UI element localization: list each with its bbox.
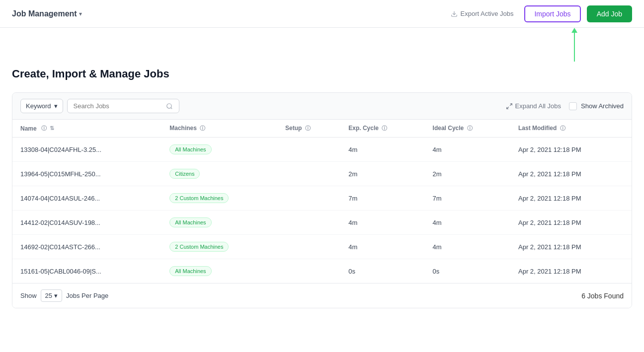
name-sort-icon[interactable]: ⇅ xyxy=(50,125,54,132)
keyword-chevron-icon: ▾ xyxy=(54,102,58,110)
cell-setup xyxy=(277,235,340,259)
cell-machines: All Machines xyxy=(161,259,277,283)
col-last-modified: Last Modified ⓘ xyxy=(510,120,632,138)
cell-machines: All Machines xyxy=(161,138,277,162)
last-modified-info-icon: ⓘ xyxy=(560,125,565,131)
cell-setup xyxy=(277,211,340,235)
header-right: Export Active Jobs Import Jobs Add Job xyxy=(446,5,632,22)
cell-exp-cycle: 7m xyxy=(340,186,424,211)
cell-setup xyxy=(277,259,340,283)
cell-name: 13308-04|C024AFHL-3.25... xyxy=(12,138,161,162)
per-page-chevron-icon: ▾ xyxy=(54,292,58,299)
table-row[interactable]: 14692-02|C014ASTC-266... 2 Custom Machin… xyxy=(12,235,632,259)
cell-last-modified: Apr 2, 2021 12:18 PM xyxy=(510,186,632,211)
add-job-button[interactable]: Add Job xyxy=(587,5,632,22)
cell-ideal-cycle: 4m xyxy=(425,211,510,235)
table-footer: Show 25 ▾ Jobs Per Page 6 Jobs Found xyxy=(12,283,632,308)
table-row[interactable]: 14074-04|C014ASUL-246... 2 Custom Machin… xyxy=(12,186,632,211)
cell-last-modified: Apr 2, 2021 12:18 PM xyxy=(510,235,632,259)
expand-label: Expand All Jobs xyxy=(515,102,561,110)
search-icon xyxy=(166,103,173,110)
cell-name: 15161-05|CABL0046-09|S... xyxy=(12,259,161,283)
jobs-card: Keyword ▾ Expand All Jobs xyxy=(12,92,632,308)
export-icon xyxy=(451,10,458,17)
cell-last-modified: Apr 2, 2021 12:18 PM xyxy=(510,211,632,235)
name-info-icon: ⓘ xyxy=(41,125,47,132)
svg-point-1 xyxy=(166,103,171,108)
col-machines: Machines ⓘ xyxy=(161,120,277,138)
machine-badge: All Machines xyxy=(169,266,211,276)
cell-name: 14074-04|C014ASUL-246... xyxy=(12,186,161,211)
col-exp-cycle: Exp. Cycle ⓘ xyxy=(340,120,424,138)
show-archived-container: Show Archived xyxy=(569,102,624,110)
cell-machines: Citizens xyxy=(161,162,277,186)
arrow-indicator xyxy=(0,28,644,68)
jobs-found: 6 Jobs Found xyxy=(581,292,624,300)
machine-badge: Citizens xyxy=(169,169,200,179)
show-label: Show xyxy=(20,292,37,299)
per-page-value: 25 xyxy=(45,292,52,299)
table-row[interactable]: 13308-04|C024AFHL-3.25... All Machines 4… xyxy=(12,138,632,162)
jobs-table: Name ⓘ ⇅ Machines ⓘ Setup ⓘ Exp. Cycle ⓘ xyxy=(12,120,632,283)
cell-exp-cycle: 4m xyxy=(340,235,424,259)
machine-badge: 2 Custom Machines xyxy=(169,193,229,203)
cell-setup xyxy=(277,162,340,186)
table-row[interactable]: 14412-02|C014ASUV-198... All Machines 4m… xyxy=(12,211,632,235)
cell-last-modified: Apr 2, 2021 12:18 PM xyxy=(510,162,632,186)
col-ideal-cycle: Ideal Cycle ⓘ xyxy=(425,120,510,138)
cell-name: 14412-02|C014ASUV-198... xyxy=(12,211,161,235)
cell-ideal-cycle: 4m xyxy=(425,235,510,259)
filter-right: Expand All Jobs Show Archived xyxy=(506,102,624,110)
keyword-dropdown[interactable]: Keyword ▾ xyxy=(20,99,63,113)
page-content: Create, Import & Manage Jobs Keyword ▾ xyxy=(0,68,644,320)
import-jobs-button[interactable]: Import Jobs xyxy=(524,5,580,22)
expand-all-jobs-button[interactable]: Expand All Jobs xyxy=(506,102,561,110)
table-body: 13308-04|C024AFHL-3.25... All Machines 4… xyxy=(12,138,632,283)
per-page-select[interactable]: 25 ▾ xyxy=(41,289,62,302)
page-title: Create, Import & Manage Jobs xyxy=(12,68,632,80)
search-box xyxy=(67,99,179,113)
app-header: Job Management ▾ Export Active Jobs Impo… xyxy=(0,0,644,28)
cell-ideal-cycle: 4m xyxy=(425,138,510,162)
table-row[interactable]: 15161-05|CABL0046-09|S... All Machines 0… xyxy=(12,259,632,283)
col-name: Name ⓘ ⇅ xyxy=(12,120,161,138)
machine-badge: All Machines xyxy=(169,217,211,227)
cell-machines: All Machines xyxy=(161,211,277,235)
table-header: Name ⓘ ⇅ Machines ⓘ Setup ⓘ Exp. Cycle ⓘ xyxy=(12,120,632,138)
cell-exp-cycle: 4m xyxy=(340,211,424,235)
table-row[interactable]: 13964-05|C015MFHL-250... Citizens 2m 2m … xyxy=(12,162,632,186)
machines-info-icon: ⓘ xyxy=(200,125,205,131)
app-title: Job Management xyxy=(12,9,77,18)
cell-setup xyxy=(277,138,340,162)
filter-left: Keyword ▾ xyxy=(20,99,179,113)
show-archived-checkbox[interactable] xyxy=(569,102,577,110)
cell-name: 14692-02|C014ASTC-266... xyxy=(12,235,161,259)
cell-machines: 2 Custom Machines xyxy=(161,186,277,211)
export-label: Export Active Jobs xyxy=(461,10,514,17)
per-page-container: Show 25 ▾ Jobs Per Page xyxy=(20,289,108,302)
cell-exp-cycle: 0s xyxy=(340,259,424,283)
search-input[interactable] xyxy=(74,102,163,110)
cell-last-modified: Apr 2, 2021 12:18 PM xyxy=(510,259,632,283)
cell-machines: 2 Custom Machines xyxy=(161,235,277,259)
cell-setup xyxy=(277,186,340,211)
show-archived-label: Show Archived xyxy=(581,102,624,110)
arrow-up-icon xyxy=(574,32,575,62)
cell-exp-cycle: 2m xyxy=(340,162,424,186)
cell-ideal-cycle: 7m xyxy=(425,186,510,211)
header-left: Job Management ▾ xyxy=(12,9,82,18)
svg-line-4 xyxy=(507,107,509,109)
cell-ideal-cycle: 2m xyxy=(425,162,510,186)
cell-exp-cycle: 4m xyxy=(340,138,424,162)
setup-info-icon: ⓘ xyxy=(305,125,311,131)
machine-badge: All Machines xyxy=(169,144,211,154)
cell-last-modified: Apr 2, 2021 12:18 PM xyxy=(510,138,632,162)
col-setup: Setup ⓘ xyxy=(277,120,340,138)
svg-line-2 xyxy=(170,107,172,109)
export-active-jobs-button[interactable]: Export Active Jobs xyxy=(446,7,519,20)
svg-line-3 xyxy=(510,103,512,105)
ideal-cycle-info-icon: ⓘ xyxy=(467,125,473,131)
cell-ideal-cycle: 0s xyxy=(425,259,510,283)
col-name-label: Name xyxy=(20,125,37,132)
title-dropdown-icon[interactable]: ▾ xyxy=(79,10,82,17)
